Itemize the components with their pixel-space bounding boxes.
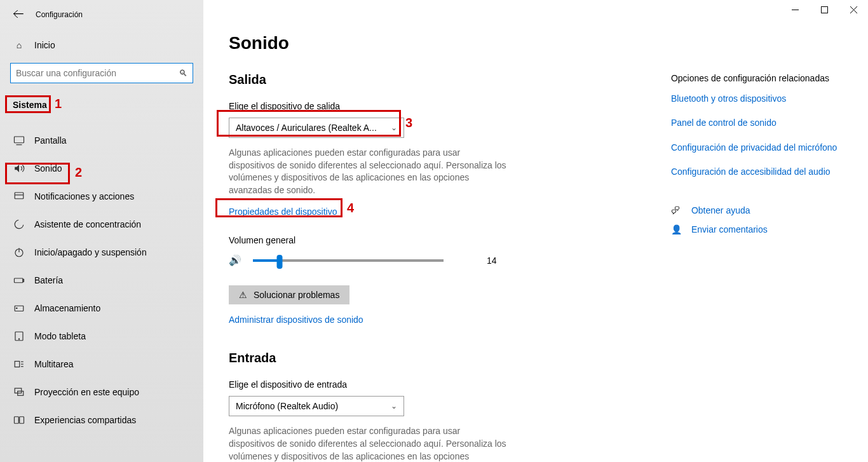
input-choose-label: Elige el dispositivo de entrada [229, 379, 646, 390]
multitask-icon [13, 358, 25, 370]
input-description: Algunas aplicaciones pueden estar config… [229, 425, 508, 462]
search-icon: 🔍︎ [179, 68, 187, 78]
speaker-icon[interactable]: 🔊 [229, 254, 241, 266]
chevron-down-icon: ⌄ [391, 402, 397, 411]
output-choose-label: Elige el dispositivo de salida [229, 101, 646, 111]
nav-item-asistente[interactable]: Asistente de concentración [0, 210, 203, 238]
nav-item-pantalla[interactable]: Pantalla [0, 126, 203, 154]
troubleshoot-button[interactable]: ⚠ Solucionar problemas [229, 285, 349, 304]
help-row[interactable]: 🗪 Obtener ayuda [671, 205, 843, 215]
nav-item-energia[interactable]: Inicio/apagado y suspensión [0, 238, 203, 266]
power-icon [13, 247, 25, 258]
back-icon[interactable]: 🡠 [13, 8, 24, 21]
main-content: Sonido Salida Elige el dispositivo de sa… [203, 0, 868, 462]
focus-icon [13, 219, 25, 230]
feedback-row[interactable]: 👤 Enviar comentarios [671, 224, 843, 234]
notifications-icon [13, 191, 25, 202]
help-icon: 🗪 [671, 205, 682, 215]
nav-item-sonido[interactable]: Sonido [0, 154, 203, 182]
nav-label: Almacenamiento [34, 303, 100, 313]
svg-rect-19 [15, 417, 19, 424]
nav-label: Notificaciones y acciones [34, 191, 134, 201]
nav-label: Inicio/apagado y suspensión [34, 247, 147, 257]
output-description: Algunas aplicaciones pueden estar config… [229, 147, 508, 196]
nav-list: Pantalla Sonido Notificaciones y accione… [0, 126, 203, 434]
related-panel: Opciones de configuración relacionadas B… [671, 72, 843, 462]
display-icon [13, 135, 25, 146]
slider-fill [253, 259, 280, 262]
related-link-mic-privacy[interactable]: Configuración de privacidad del micrófon… [671, 142, 843, 153]
troubleshoot-label: Solucionar problemas [254, 290, 339, 300]
nav-label: Pantalla [34, 135, 67, 146]
sidebar: 🡠 Configuración ⌂ Inicio 🔍︎ Sistema Pant… [0, 0, 203, 462]
tablet-icon [13, 330, 25, 342]
slider-thumb[interactable] [277, 255, 283, 269]
svg-rect-7 [15, 278, 24, 283]
category-heading: Sistema [0, 95, 203, 115]
window-controls [780, 0, 868, 19]
close-button[interactable] [839, 0, 868, 19]
volume-row: 🔊 14 [229, 254, 646, 266]
svg-rect-8 [23, 280, 24, 282]
share-icon [13, 414, 25, 426]
nav-item-notificaciones[interactable]: Notificaciones y acciones [0, 182, 203, 210]
nav-label: Sonido [34, 163, 62, 173]
svg-point-12 [18, 339, 19, 339]
volume-label: Volumen general [229, 235, 646, 245]
nav-label: Modo tableta [34, 331, 86, 341]
nav-label: Experiencias compartidas [34, 415, 136, 425]
warning-icon: ⚠ [239, 290, 247, 300]
svg-rect-23 [821, 6, 827, 13]
related-title: Opciones de configuración relacionadas [671, 72, 843, 84]
nav-label: Batería [34, 275, 63, 285]
nav-label: Multitarea [34, 359, 73, 369]
input-section: Entrada [229, 351, 646, 365]
feedback-icon: 👤 [671, 224, 682, 234]
output-section: Salida [229, 72, 646, 87]
input-device-dropdown[interactable]: Micrófono (Realtek Audio) ⌄ [229, 396, 404, 416]
page-title: Sonido [229, 33, 843, 53]
volume-value: 14 [487, 255, 497, 266]
battery-icon [13, 275, 25, 286]
app-title: Configuración [36, 10, 83, 19]
svg-rect-13 [15, 362, 20, 367]
svg-rect-17 [15, 388, 22, 393]
nav-item-bateria[interactable]: Batería [0, 266, 203, 294]
titlebar: 🡠 Configuración [0, 8, 203, 34]
output-device-dropdown[interactable]: Altavoces / Auriculares (Realtek A... ⌄ [229, 118, 404, 138]
search-field[interactable] [16, 68, 179, 78]
minimize-button[interactable] [780, 0, 810, 19]
manage-devices-link[interactable]: Administrar dispositivos de sonido [229, 315, 363, 325]
maximize-button[interactable] [810, 0, 839, 19]
svg-marker-2 [15, 165, 19, 172]
help-link[interactable]: Obtener ayuda [691, 205, 750, 215]
output-device-value: Altavoces / Auriculares (Realtek A... [236, 123, 377, 133]
search-input[interactable]: 🔍︎ [10, 63, 193, 83]
related-link-bluetooth[interactable]: Bluetooth y otros dispositivos [671, 93, 843, 104]
home-button[interactable]: ⌂ Inicio [0, 34, 203, 57]
nav-item-multitarea[interactable]: Multitarea [0, 350, 203, 378]
nav-label: Proyección en este equipo [34, 387, 139, 397]
device-properties-link[interactable]: Propiedades del dispositivo [229, 207, 337, 217]
nav-item-experiencias[interactable]: Experiencias compartidas [0, 406, 203, 434]
home-icon: ⌂ [13, 40, 25, 50]
storage-icon [13, 302, 25, 314]
input-device-value: Micrófono (Realtek Audio) [236, 401, 338, 411]
nav-item-almacenamiento[interactable]: Almacenamiento [0, 294, 203, 322]
chevron-down-icon: ⌄ [391, 123, 397, 132]
svg-rect-3 [15, 193, 24, 199]
volume-slider[interactable] [253, 259, 444, 262]
feedback-link[interactable]: Enviar comentarios [691, 224, 768, 234]
sound-icon [13, 163, 25, 174]
related-link-sound-cp[interactable]: Panel de control de sonido [671, 117, 843, 128]
svg-rect-20 [20, 417, 24, 424]
nav-label: Asistente de concentración [34, 219, 141, 229]
svg-rect-0 [15, 137, 24, 143]
nav-item-proyeccion[interactable]: Proyección en este equipo [0, 378, 203, 406]
project-icon [13, 386, 25, 398]
related-link-audio-access[interactable]: Configuración de accesibilidad del audio [671, 166, 843, 177]
svg-point-10 [17, 308, 18, 309]
home-label: Inicio [34, 40, 55, 50]
nav-item-tableta[interactable]: Modo tableta [0, 322, 203, 350]
